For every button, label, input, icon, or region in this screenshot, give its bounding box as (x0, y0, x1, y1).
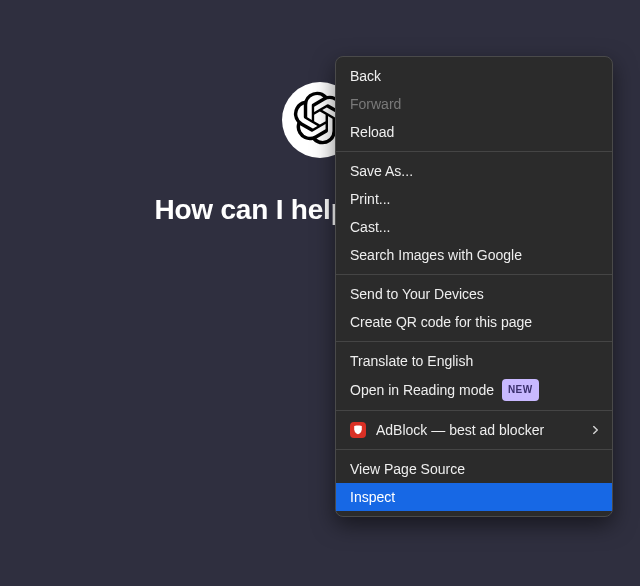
viewport: How can I help you today Back Forward Re… (0, 0, 640, 586)
ctx-item-print[interactable]: Print... (336, 185, 612, 213)
ctx-item-label: Open in Reading mode (350, 380, 494, 400)
ctx-item-label: Reload (350, 122, 394, 142)
ctx-item-save-as[interactable]: Save As... (336, 157, 612, 185)
ctx-item-label: Translate to English (350, 351, 473, 371)
ctx-item-label: View Page Source (350, 459, 465, 479)
ctx-item-label: Print... (350, 189, 390, 209)
ctx-item-label: Back (350, 66, 381, 86)
ctx-item-label: Forward (350, 94, 401, 114)
ctx-item-reading-mode[interactable]: Open in Reading mode NEW (336, 375, 612, 405)
ctx-item-cast[interactable]: Cast... (336, 213, 612, 241)
ctx-item-back[interactable]: Back (336, 62, 612, 90)
ctx-item-forward: Forward (336, 90, 612, 118)
new-badge: NEW (502, 379, 539, 401)
ctx-item-label: Cast... (350, 217, 390, 237)
ctx-item-label: Create QR code for this page (350, 312, 532, 332)
ctx-item-label: Inspect (350, 487, 395, 507)
ctx-item-reload[interactable]: Reload (336, 118, 612, 146)
ctx-item-label: Search Images with Google (350, 245, 522, 265)
ctx-separator (336, 151, 612, 152)
ctx-item-adblock[interactable]: AdBlock — best ad blocker (336, 416, 612, 444)
adblock-icon (350, 422, 366, 438)
ctx-item-search-images[interactable]: Search Images with Google (336, 241, 612, 269)
ctx-item-label: Save As... (350, 161, 413, 181)
ctx-item-label: AdBlock — best ad blocker (376, 420, 544, 440)
ctx-separator (336, 449, 612, 450)
ctx-item-inspect[interactable]: Inspect (336, 483, 612, 511)
ctx-item-translate[interactable]: Translate to English (336, 347, 612, 375)
ctx-separator (336, 274, 612, 275)
ctx-separator (336, 341, 612, 342)
ctx-separator (336, 410, 612, 411)
context-menu: Back Forward Reload Save As... Print... … (335, 56, 613, 517)
ctx-item-label: Send to Your Devices (350, 284, 484, 304)
ctx-item-view-source[interactable]: View Page Source (336, 455, 612, 483)
ctx-item-send-devices[interactable]: Send to Your Devices (336, 280, 612, 308)
ctx-item-create-qr[interactable]: Create QR code for this page (336, 308, 612, 336)
chevron-right-icon (591, 426, 600, 435)
